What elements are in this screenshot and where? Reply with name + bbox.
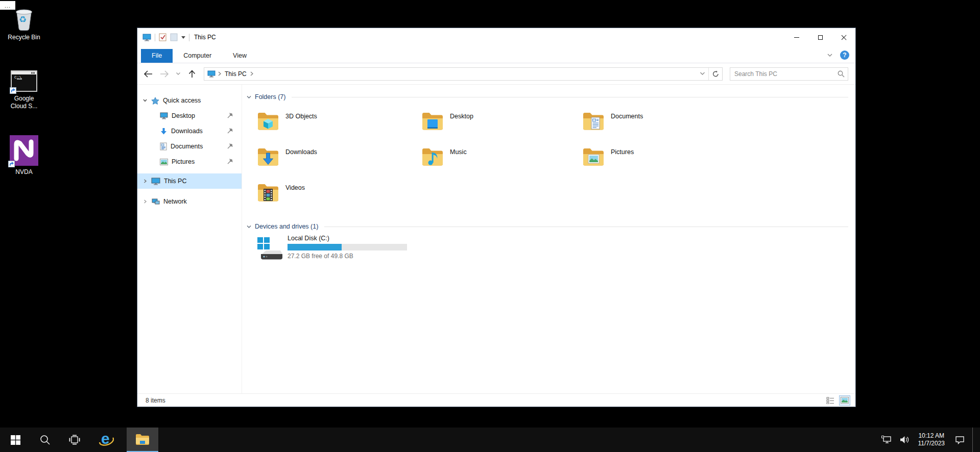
group-header-folders[interactable]: Folders (7) — [245, 92, 855, 102]
sidebar-item-network[interactable]: Network — [137, 194, 242, 209]
refresh-icon — [712, 70, 719, 78]
minimize-icon — [794, 37, 799, 38]
shortcut-arrow-icon — [8, 161, 15, 167]
desktop-icon-label: Google Cloud S... — [6, 95, 42, 110]
large-icons-view-button[interactable] — [839, 395, 850, 406]
up-button[interactable] — [185, 67, 199, 81]
items-view: Folders (7) 3D Objects — [242, 85, 855, 393]
sidebar-item-quick-access[interactable]: Quick access — [137, 93, 242, 108]
address-history-dropdown-icon[interactable] — [700, 72, 705, 76]
divider — [324, 227, 848, 227]
folder-tile-downloads[interactable]: Downloads — [256, 145, 409, 181]
address-bar[interactable]: This PC — [204, 67, 723, 81]
clock-date: 11/7/2023 — [918, 440, 945, 447]
chevron-down-icon[interactable] — [246, 224, 252, 230]
downloads-icon — [160, 128, 168, 135]
file-explorer-icon — [135, 433, 150, 445]
folder-tile-label: Pictures — [611, 148, 634, 156]
chevron-down-icon[interactable] — [246, 94, 252, 100]
folder-tile-label: Music — [450, 148, 467, 156]
network-icon — [881, 436, 892, 444]
volume-tray-button[interactable] — [898, 428, 912, 452]
search-icon — [40, 435, 50, 445]
folder-icon-3d-objects — [256, 109, 280, 134]
close-button[interactable] — [832, 28, 855, 46]
folder-tile-label: Desktop — [450, 113, 473, 120]
sidebar-item-documents[interactable]: Documents — [137, 139, 242, 154]
folder-icon-downloads — [256, 145, 280, 169]
breadcrumb-separator-icon[interactable] — [250, 71, 253, 76]
minimize-button[interactable] — [785, 28, 808, 46]
customize-toolbar-dropdown-icon[interactable] — [181, 36, 185, 39]
task-view-icon — [69, 435, 80, 445]
breadcrumb-item-this-pc[interactable]: This PC — [224, 70, 248, 78]
chevron-right-icon[interactable] — [142, 179, 148, 184]
internet-explorer-button[interactable]: e — [94, 428, 118, 452]
desktop-icon-label: Recycle Bin — [8, 34, 40, 41]
help-button[interactable]: ? — [840, 51, 849, 60]
breadcrumb[interactable]: This PC — [204, 68, 708, 80]
breadcrumb-separator-icon — [218, 71, 221, 76]
folder-tile-label: Documents — [611, 113, 643, 120]
drive-usage-bar — [288, 244, 407, 250]
system-tray: 10:12 AM 11/7/2023 — [879, 428, 980, 452]
desktop-icon-label: NVDA — [15, 168, 32, 176]
search-icon[interactable] — [838, 70, 845, 78]
documents-icon — [160, 142, 167, 150]
taskbar-search-button[interactable] — [33, 428, 57, 452]
refresh-button[interactable] — [708, 68, 722, 80]
folder-tile-3d-objects[interactable]: 3D Objects — [256, 109, 409, 145]
forward-button[interactable] — [158, 67, 171, 81]
drive-tile-local-disk-c[interactable]: Local Disk (C:) 27.2 GB free of 49.8 GB — [256, 236, 409, 262]
tab-view[interactable]: View — [222, 49, 257, 63]
network-tray-button[interactable] — [879, 428, 894, 452]
action-center-button[interactable] — [951, 428, 968, 452]
start-button[interactable] — [3, 428, 28, 452]
folder-icon-documents — [581, 109, 606, 134]
title-bar[interactable]: This PC — [137, 28, 855, 46]
taskbar-clock[interactable]: 10:12 AM 11/7/2023 — [916, 432, 947, 447]
show-desktop-button[interactable] — [972, 428, 975, 452]
folder-tile-pictures[interactable]: Pictures — [581, 145, 734, 181]
divider — [292, 97, 848, 97]
collapse-ribbon-icon[interactable] — [827, 53, 833, 57]
sidebar-item-this-pc[interactable]: This PC — [137, 173, 242, 189]
task-view-button[interactable] — [62, 428, 87, 452]
navigation-bar: This PC — [137, 63, 855, 85]
sidebar-item-pictures[interactable]: Pictures — [137, 154, 242, 169]
nvda-icon — [9, 135, 39, 166]
desktop-icon-recycle-bin[interactable]: ♻ Recycle Bin — [0, 6, 48, 41]
back-button[interactable] — [141, 67, 155, 81]
separator — [189, 34, 189, 41]
windows-start-icon — [11, 435, 20, 445]
tab-computer[interactable]: Computer — [173, 49, 222, 63]
maximize-icon — [818, 35, 823, 40]
search-box[interactable] — [730, 67, 848, 81]
tab-file[interactable]: File — [141, 49, 173, 63]
pictures-icon — [160, 159, 168, 165]
desktop-icon-google-cloud-shell[interactable]: C:\ Google Cloud S... — [0, 70, 48, 110]
properties-button-icon[interactable] — [159, 33, 166, 41]
clock-time: 10:12 AM — [918, 432, 945, 440]
folder-tile-documents[interactable]: Documents — [581, 109, 734, 145]
ribbon-tab-bar: File Computer View ? — [137, 46, 855, 63]
recent-locations-dropdown[interactable] — [174, 67, 182, 81]
desktop-icon-nvda[interactable]: NVDA — [0, 135, 48, 176]
item-count: 8 items — [146, 397, 165, 404]
details-view-button[interactable] — [825, 395, 836, 406]
sidebar-item-downloads[interactable]: Downloads — [137, 123, 242, 139]
chevron-right-icon[interactable] — [142, 199, 148, 204]
group-header-devices[interactable]: Devices and drives (1) — [245, 221, 855, 232]
maximize-button[interactable] — [808, 28, 832, 46]
sidebar-item-desktop[interactable]: Desktop — [137, 108, 242, 123]
file-explorer-button[interactable] — [127, 428, 158, 452]
internet-explorer-icon: e — [99, 432, 114, 447]
folder-tile-music[interactable]: Music — [420, 145, 573, 181]
navigation-pane: Quick access Desktop Downloads — [137, 85, 242, 393]
chevron-down-icon[interactable] — [142, 98, 148, 103]
new-folder-button-icon[interactable] — [170, 33, 178, 41]
folder-tile-desktop[interactable]: Desktop — [420, 109, 573, 145]
folder-tile-videos[interactable]: Videos — [256, 181, 409, 216]
search-input[interactable] — [734, 70, 838, 78]
taskbar: e 10:1 — [0, 428, 980, 452]
